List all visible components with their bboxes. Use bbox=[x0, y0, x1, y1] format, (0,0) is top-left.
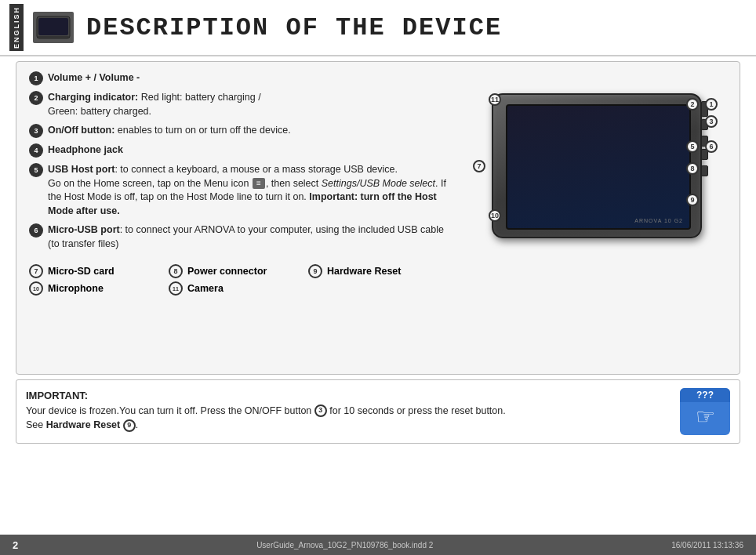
item-num-10: 10 bbox=[29, 281, 43, 296]
item-num-5: 5 bbox=[29, 163, 43, 177]
item-num-7: 7 bbox=[29, 264, 43, 278]
badge-10: 10 bbox=[489, 209, 501, 222]
item-text-5: USB Host port: to connect a keyboard, a … bbox=[48, 163, 448, 218]
desc-item-3: 3 On/Off button: enables to turn on or t… bbox=[29, 124, 448, 138]
item-label-11: Camera bbox=[187, 283, 224, 294]
item-label-10: Microphone bbox=[48, 283, 104, 294]
item-text-6: Micro-USB port: to connect your ARNOVA t… bbox=[48, 223, 448, 251]
reset-icon: 9 bbox=[123, 419, 136, 432]
badge-6: 6 bbox=[705, 140, 718, 153]
language-sidebar: ENGLISH bbox=[9, 4, 24, 51]
item-text-2: Charging indicator: Red light: battery c… bbox=[48, 91, 261, 118]
badge-8: 8 bbox=[686, 162, 699, 175]
device-description-box: 1 Volume + / Volume - 2 Charging indicat… bbox=[16, 61, 740, 375]
menu-icon bbox=[253, 178, 265, 189]
bottom-item-8: 8 Power connector bbox=[169, 264, 308, 278]
important-text-content: IMPORTANT: Your device is frozen.You can… bbox=[26, 388, 671, 433]
item-num-4: 4 bbox=[29, 143, 43, 158]
hardware-reset-text: Hardware Reset bbox=[46, 419, 121, 430]
item-num-8: 8 bbox=[169, 264, 183, 278]
item-text-4: Headphone jack bbox=[48, 143, 123, 158]
item-num-6: 6 bbox=[29, 223, 43, 238]
badge-9: 9 bbox=[686, 194, 699, 206]
svg-rect-2 bbox=[38, 36, 69, 38]
bottom-items-row: 7 Micro-SD card 10 Microphone 8 Power co… bbox=[29, 264, 448, 296]
help-icon: ??? ☞ bbox=[680, 388, 730, 435]
desc-item-2: 2 Charging indicator: Red light: battery… bbox=[29, 91, 448, 118]
item-num-11: 11 bbox=[169, 281, 183, 296]
bottom-col-2: 8 Power connector 11 Camera bbox=[169, 264, 308, 296]
bottom-col-3: 9 Hardware Reset bbox=[308, 264, 448, 296]
tablet-image-container: ARNOVA 10 G2 1 2 3 5 6 8 bbox=[468, 78, 719, 258]
page-footer: 2 UserGuide_Arnova_10G2_PN109786_book.in… bbox=[0, 535, 756, 555]
tablet-screen: ARNOVA 10 G2 bbox=[506, 104, 691, 230]
footer-page-num: 2 bbox=[13, 539, 18, 551]
page-header: ENGLISH DESCRIPTION OF THE DEVICE bbox=[0, 0, 756, 56]
item-num-3: 3 bbox=[29, 124, 43, 138]
desc-item-6: 6 Micro-USB port: to connect your ARNOVA… bbox=[29, 223, 448, 251]
important-label: IMPORTANT: bbox=[26, 388, 671, 404]
help-top-label: ??? bbox=[680, 388, 730, 402]
item-text-3: On/Off button: enables to turn on or tur… bbox=[48, 124, 291, 138]
bottom-item-7: 7 Micro-SD card bbox=[29, 264, 169, 278]
device-left-panel: 1 Volume + / Volume - 2 Charging indicat… bbox=[29, 71, 448, 365]
main-content: 1 Volume + / Volume - 2 Charging indicat… bbox=[0, 56, 756, 448]
footer-date: 16/06/2011 13:13:36 bbox=[671, 541, 743, 550]
page-title: DESCRIPTION OF THE DEVICE bbox=[86, 13, 502, 42]
side-buttons-right bbox=[701, 101, 708, 176]
desc-item-4: 4 Headphone jack bbox=[29, 143, 448, 158]
badge-5: 5 bbox=[686, 140, 699, 153]
footer-filename: UserGuide_Arnova_10G2_PN109786_book.indd… bbox=[256, 541, 433, 550]
svg-rect-1 bbox=[38, 18, 68, 35]
side-btn-5 bbox=[701, 165, 708, 176]
badge-11: 11 bbox=[489, 93, 501, 106]
item-num-1: 1 bbox=[29, 71, 43, 85]
device-right-panel: ARNOVA 10 G2 1 2 3 5 6 8 bbox=[460, 71, 727, 365]
item-label-9: Hardware Reset bbox=[327, 266, 402, 277]
onoff-icon: 3 bbox=[314, 404, 327, 417]
device-thumbnail bbox=[33, 12, 74, 43]
item-text-1: Volume + / Volume - bbox=[48, 71, 140, 85]
important-box: IMPORTANT: Your device is frozen.You can… bbox=[16, 379, 740, 444]
important-body: Your device is frozen.You can turn it of… bbox=[26, 404, 671, 433]
tablet-body: ARNOVA 10 G2 bbox=[492, 93, 702, 238]
item-label-7: Micro-SD card bbox=[48, 266, 114, 277]
badge-1: 1 bbox=[705, 98, 718, 111]
bottom-item-11: 11 Camera bbox=[169, 281, 308, 296]
brand-label: ARNOVA 10 G2 bbox=[634, 218, 683, 223]
badge-2: 2 bbox=[686, 98, 699, 111]
bottom-item-9: 9 Hardware Reset bbox=[308, 264, 448, 278]
help-hand-icon: ☞ bbox=[696, 404, 715, 430]
desc-item-5: 5 USB Host port: to connect a keyboard, … bbox=[29, 163, 448, 218]
language-label: ENGLISH bbox=[13, 6, 20, 49]
item-num-2: 2 bbox=[29, 91, 43, 105]
item-num-9: 9 bbox=[308, 264, 322, 278]
bottom-item-10: 10 Microphone bbox=[29, 281, 169, 296]
bottom-col-1: 7 Micro-SD card 10 Microphone bbox=[29, 264, 169, 296]
desc-item-1: 1 Volume + / Volume - bbox=[29, 71, 448, 85]
badge-3: 3 bbox=[705, 115, 718, 128]
item-label-8: Power connector bbox=[187, 266, 267, 277]
badge-7: 7 bbox=[473, 160, 485, 172]
